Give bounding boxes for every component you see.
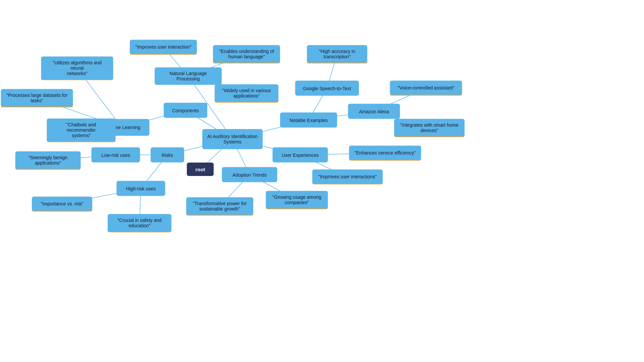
node-widely_used[interactable]: "Widely used in variousapplications" <box>215 84 278 103</box>
node-chatbots[interactable]: "Chatbots and recommendersystems" <box>47 119 116 142</box>
node-ai_auditory[interactable]: AI Auditory IdentificationSystems <box>202 129 263 149</box>
node-components[interactable]: Components <box>164 103 207 118</box>
node-crucial_safety[interactable]: "Crucial in safety andeducation" <box>108 214 171 233</box>
node-high_accuracy[interactable]: "High accuracy intranscription" <box>307 45 367 64</box>
node-voice_controlled[interactable]: "Voice-controlled assistant" <box>390 81 462 96</box>
mindmap-container: rootAI Auditory IdentificationSystemsNat… <box>0 0 644 362</box>
node-seemingly_benign[interactable]: "Seemingly benignapplications" <box>15 152 81 170</box>
node-high_risk[interactable]: High-risk uses <box>117 181 165 196</box>
node-growing_usage[interactable]: "Growing usage amongcompanies" <box>266 191 328 209</box>
node-utilizes_algorithms[interactable]: "Utilizes algorithms and neuralnetworks" <box>41 57 113 80</box>
node-adoption_trends[interactable]: Adoption Trends <box>222 167 277 182</box>
node-amazon_alexa[interactable]: Amazon Alexa <box>348 104 400 119</box>
node-google_stt[interactable]: Google Speech-to-Text <box>295 81 359 96</box>
node-importance_vs_risk[interactable]: "Importance vs. risk" <box>32 197 92 212</box>
node-root[interactable]: root <box>187 163 214 176</box>
node-enables_understanding[interactable]: "Enables understanding ofhuman language" <box>213 45 280 64</box>
node-user_experiences[interactable]: User Experiences <box>273 147 328 163</box>
node-improves_user_interactions[interactable]: "Improves user interactions" <box>312 170 383 185</box>
node-nlp[interactable]: Natural Language Processing <box>155 67 222 85</box>
node-notable_examples[interactable]: Notable Examples <box>280 113 337 128</box>
node-risks[interactable]: Risks <box>151 147 184 163</box>
node-enhances_service[interactable]: "Enhances service efficiency" <box>349 146 421 161</box>
node-low_risk[interactable]: Low-risk uses <box>92 147 140 163</box>
node-integrates_smart[interactable]: "Integrates with smart homedevices" <box>394 119 465 137</box>
node-processes_large[interactable]: "Processes large datasets fortasks" <box>1 89 73 108</box>
node-transformative[interactable]: "Transformative power forsustainable gro… <box>186 197 253 216</box>
node-improves_user_interaction[interactable]: "Improves user interaction" <box>130 40 197 55</box>
